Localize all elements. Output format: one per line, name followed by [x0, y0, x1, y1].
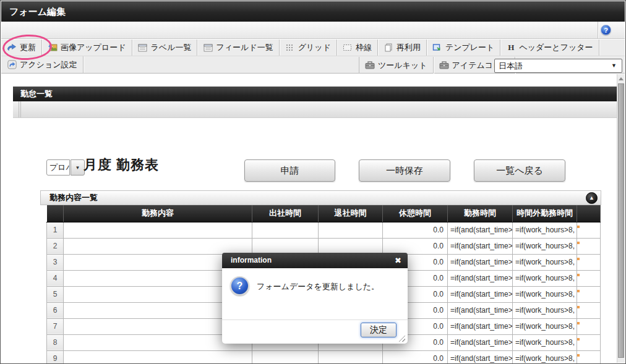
back-to-list-button[interactable]: 一覧へ戻る [474, 159, 565, 182]
cell-overtime[interactable]: =if(work_hours>8, [513, 318, 577, 334]
cell-overtime[interactable]: =if(work_hours>8, [513, 254, 577, 270]
cell-work-time[interactable]: =if(and(start_time> [448, 286, 513, 302]
reuse-label: 再利用 [397, 42, 421, 53]
cell-extra[interactable] [577, 270, 601, 286]
toolkit-label: ツールキット [378, 60, 427, 71]
collapse-button[interactable]: ▲ [586, 192, 598, 204]
update-button[interactable]: 更新 [1, 40, 42, 56]
cell-work-content[interactable] [64, 350, 252, 364]
action-settings-label: アクション設定 [20, 59, 77, 70]
attendance-list-header: 勤怠一覧 [13, 87, 617, 101]
cell-start-time[interactable] [252, 238, 319, 254]
table-row: 10.0=if(and(start_time>=if(work_hours>8, [47, 222, 601, 238]
window-title-bar: フォーム編集 [1, 1, 625, 22]
template-label: テンプレート [445, 42, 495, 53]
cell-work-content[interactable] [64, 238, 252, 254]
cell-extra[interactable] [577, 302, 601, 318]
cell-work-time[interactable]: =if(and(start_time> [448, 222, 513, 238]
cell-overtime[interactable]: =if(work_hours>8, [513, 238, 577, 254]
label-list-label: ラベル一覧 [151, 42, 192, 53]
border-icon [343, 43, 353, 53]
help-icon[interactable]: ? [601, 25, 611, 35]
cell-start-time[interactable] [252, 350, 319, 364]
border-button[interactable]: 枠線 [337, 40, 378, 56]
cell-overtime[interactable]: =if(work_hours>8, [513, 270, 577, 286]
field-list-icon [203, 43, 213, 53]
information-dialog: information ✖ ? フォームデータを更新しました。 決定 [222, 253, 408, 344]
border-label: 枠線 [356, 42, 372, 53]
month-dropdown-button[interactable]: ▼ [71, 159, 85, 176]
cell-break-time[interactable]: 0.0 [383, 222, 448, 238]
table-row: 90.0=if(and(start_time>=if(work_hours>8, [47, 350, 601, 364]
cell-work-time[interactable]: =if(and(start_time> [448, 270, 513, 286]
field-list-button[interactable]: フィールド一覧 [197, 40, 279, 56]
cell-end-time[interactable] [319, 350, 383, 364]
cell-extra[interactable] [577, 254, 601, 270]
col-header-extra [577, 205, 601, 222]
month-input[interactable] [46, 159, 70, 176]
ok-button[interactable]: 決定 [361, 323, 397, 337]
action-settings-button[interactable]: アクション設定 [1, 56, 84, 73]
cell-extra[interactable] [577, 286, 601, 302]
label-list-icon [138, 43, 148, 53]
scroll-up-button[interactable] [617, 74, 625, 83]
cell-overtime[interactable]: =if(work_hours>8, [513, 286, 577, 302]
cell-work-time[interactable]: =if(and(start_time> [448, 318, 513, 334]
close-icon[interactable]: ✖ [395, 253, 401, 268]
cell-work-content[interactable] [64, 222, 252, 238]
dialog-message: フォームデータを更新しました。 [257, 281, 379, 292]
apply-button[interactable]: 申請 [244, 159, 335, 182]
scrollbar-thumb[interactable] [618, 83, 624, 358]
row-number: 2 [47, 238, 64, 254]
cell-overtime[interactable]: =if(work_hours>8, [513, 334, 577, 350]
sub-toolbar-strip [13, 101, 617, 118]
cell-end-time[interactable] [319, 222, 383, 238]
cell-work-time[interactable]: =if(and(start_time> [448, 350, 513, 364]
cell-overtime[interactable]: =if(work_hours>8, [513, 222, 577, 238]
toolkit-button[interactable]: ツールキット [359, 57, 434, 74]
reuse-button[interactable]: 再利用 [378, 40, 427, 56]
image-upload-button[interactable]: 画像アップロード [42, 40, 132, 56]
cell-end-time[interactable] [319, 238, 383, 254]
temp-save-button[interactable]: 一時保存 [359, 159, 450, 182]
cell-work-time[interactable]: =if(and(start_time> [448, 254, 513, 270]
cell-extra[interactable] [577, 318, 601, 334]
cell-extra[interactable] [577, 222, 601, 238]
language-select[interactable]: 日本語 ▼ [494, 59, 622, 73]
vertical-scrollbar[interactable] [617, 74, 625, 363]
row-number: 8 [47, 334, 64, 350]
cell-start-time[interactable] [252, 222, 319, 238]
toolbar-row-2-right-group: ツールキット アイテムコピー [359, 57, 515, 74]
col-header-start-time: 出社時間 [252, 205, 319, 222]
cell-extra[interactable] [577, 350, 601, 364]
cell-overtime[interactable]: =if(work_hours>8, [513, 350, 577, 364]
cell-work-time[interactable]: =if(and(start_time> [448, 302, 513, 318]
template-button[interactable]: テンプレート [427, 40, 501, 56]
attendance-list-title: 勤怠一覧 [20, 89, 53, 98]
cell-break-time[interactable]: 0.0 [383, 350, 448, 364]
row-number: 4 [47, 270, 64, 286]
divider [222, 320, 408, 320]
item-copy-icon [439, 61, 449, 70]
header-footer-button[interactable]: H ヘッダーとフッター [500, 40, 599, 56]
cell-overtime[interactable]: =if(work_hours>8, [513, 302, 577, 318]
label-list-button[interactable]: ラベル一覧 [132, 40, 198, 56]
grid-icon [285, 43, 295, 53]
cell-work-time[interactable]: =if(and(start_time> [448, 238, 513, 254]
window-title: フォーム編集 [9, 6, 66, 17]
grid-button[interactable]: グリッド [280, 40, 337, 56]
row-number: 6 [47, 302, 64, 318]
cell-extra[interactable] [577, 238, 601, 254]
table-header-row: 勤務内容 出社時間 退社時間 休憩時間 勤務時間 時間外勤務時間 [47, 205, 601, 222]
chevron-down-icon: ▼ [611, 59, 617, 72]
chevron-up-icon [619, 77, 624, 80]
cell-work-time[interactable]: =if(and(start_time> [448, 334, 513, 350]
field-list-label: フィールド一覧 [216, 42, 273, 53]
chevron-down-icon: ▼ [75, 165, 80, 171]
resize-handle-icon[interactable] [398, 335, 405, 342]
update-icon [7, 43, 17, 53]
col-header-rownum [47, 205, 64, 222]
cell-extra[interactable] [577, 334, 601, 350]
cell-break-time[interactable]: 0.0 [383, 238, 448, 254]
form-edit-window: フォーム編集 ? 更新 画像アップロード [0, 0, 626, 364]
